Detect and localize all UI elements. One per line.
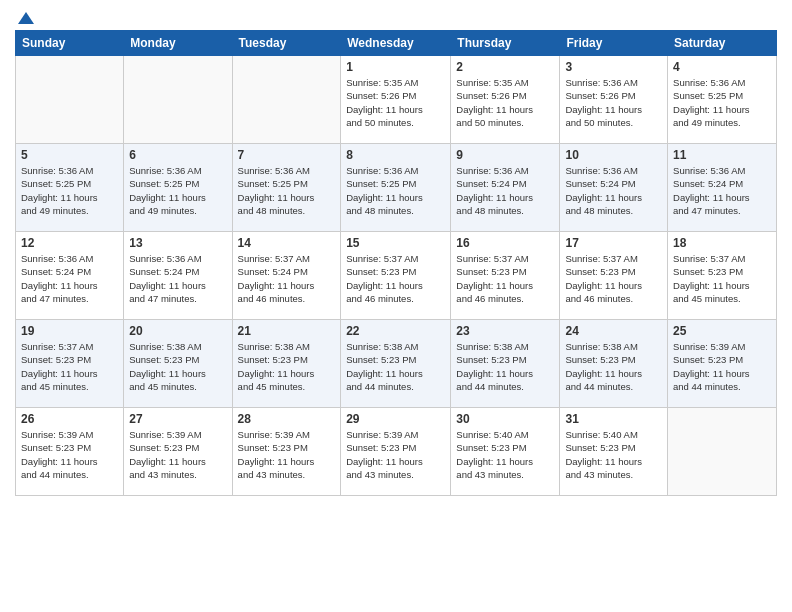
day-info: Sunrise: 5:39 AMSunset: 5:23 PMDaylight:… xyxy=(346,428,445,481)
calendar-cell: 8Sunrise: 5:36 AMSunset: 5:25 PMDaylight… xyxy=(341,144,451,232)
calendar-cell: 17Sunrise: 5:37 AMSunset: 5:23 PMDayligh… xyxy=(560,232,668,320)
day-info: Sunrise: 5:37 AMSunset: 5:23 PMDaylight:… xyxy=(565,252,662,305)
day-info: Sunrise: 5:39 AMSunset: 5:23 PMDaylight:… xyxy=(129,428,226,481)
calendar-cell: 22Sunrise: 5:38 AMSunset: 5:23 PMDayligh… xyxy=(341,320,451,408)
calendar-cell: 11Sunrise: 5:36 AMSunset: 5:24 PMDayligh… xyxy=(668,144,777,232)
day-number: 27 xyxy=(129,412,226,426)
day-info: Sunrise: 5:36 AMSunset: 5:24 PMDaylight:… xyxy=(456,164,554,217)
calendar-cell: 15Sunrise: 5:37 AMSunset: 5:23 PMDayligh… xyxy=(341,232,451,320)
day-info: Sunrise: 5:35 AMSunset: 5:26 PMDaylight:… xyxy=(346,76,445,129)
day-info: Sunrise: 5:36 AMSunset: 5:25 PMDaylight:… xyxy=(346,164,445,217)
day-info: Sunrise: 5:37 AMSunset: 5:23 PMDaylight:… xyxy=(21,340,118,393)
day-info: Sunrise: 5:36 AMSunset: 5:25 PMDaylight:… xyxy=(673,76,771,129)
day-info: Sunrise: 5:36 AMSunset: 5:24 PMDaylight:… xyxy=(673,164,771,217)
day-info: Sunrise: 5:36 AMSunset: 5:25 PMDaylight:… xyxy=(238,164,336,217)
day-info: Sunrise: 5:40 AMSunset: 5:23 PMDaylight:… xyxy=(456,428,554,481)
day-info: Sunrise: 5:37 AMSunset: 5:24 PMDaylight:… xyxy=(238,252,336,305)
calendar-header-wednesday: Wednesday xyxy=(341,31,451,56)
calendar-cell: 26Sunrise: 5:39 AMSunset: 5:23 PMDayligh… xyxy=(16,408,124,496)
calendar-header-tuesday: Tuesday xyxy=(232,31,341,56)
day-number: 6 xyxy=(129,148,226,162)
calendar-cell: 2Sunrise: 5:35 AMSunset: 5:26 PMDaylight… xyxy=(451,56,560,144)
day-number: 18 xyxy=(673,236,771,250)
calendar-cell xyxy=(668,408,777,496)
day-number: 20 xyxy=(129,324,226,338)
day-number: 11 xyxy=(673,148,771,162)
calendar-cell: 12Sunrise: 5:36 AMSunset: 5:24 PMDayligh… xyxy=(16,232,124,320)
day-number: 13 xyxy=(129,236,226,250)
day-number: 8 xyxy=(346,148,445,162)
day-info: Sunrise: 5:36 AMSunset: 5:24 PMDaylight:… xyxy=(21,252,118,305)
day-number: 21 xyxy=(238,324,336,338)
calendar-week-4: 19Sunrise: 5:37 AMSunset: 5:23 PMDayligh… xyxy=(16,320,777,408)
day-number: 26 xyxy=(21,412,118,426)
calendar-cell: 13Sunrise: 5:36 AMSunset: 5:24 PMDayligh… xyxy=(124,232,232,320)
day-info: Sunrise: 5:36 AMSunset: 5:25 PMDaylight:… xyxy=(129,164,226,217)
day-info: Sunrise: 5:36 AMSunset: 5:24 PMDaylight:… xyxy=(565,164,662,217)
day-number: 15 xyxy=(346,236,445,250)
day-number: 4 xyxy=(673,60,771,74)
day-info: Sunrise: 5:40 AMSunset: 5:23 PMDaylight:… xyxy=(565,428,662,481)
calendar-cell: 25Sunrise: 5:39 AMSunset: 5:23 PMDayligh… xyxy=(668,320,777,408)
day-number: 31 xyxy=(565,412,662,426)
day-info: Sunrise: 5:36 AMSunset: 5:24 PMDaylight:… xyxy=(129,252,226,305)
calendar-cell: 29Sunrise: 5:39 AMSunset: 5:23 PMDayligh… xyxy=(341,408,451,496)
calendar-cell: 3Sunrise: 5:36 AMSunset: 5:26 PMDaylight… xyxy=(560,56,668,144)
calendar-header-sunday: Sunday xyxy=(16,31,124,56)
day-number: 5 xyxy=(21,148,118,162)
header xyxy=(15,10,777,22)
day-number: 19 xyxy=(21,324,118,338)
calendar-cell: 5Sunrise: 5:36 AMSunset: 5:25 PMDaylight… xyxy=(16,144,124,232)
day-number: 16 xyxy=(456,236,554,250)
day-info: Sunrise: 5:39 AMSunset: 5:23 PMDaylight:… xyxy=(21,428,118,481)
calendar-table: SundayMondayTuesdayWednesdayThursdayFrid… xyxy=(15,30,777,496)
day-number: 23 xyxy=(456,324,554,338)
calendar-header-friday: Friday xyxy=(560,31,668,56)
calendar-week-2: 5Sunrise: 5:36 AMSunset: 5:25 PMDaylight… xyxy=(16,144,777,232)
calendar-cell: 19Sunrise: 5:37 AMSunset: 5:23 PMDayligh… xyxy=(16,320,124,408)
day-info: Sunrise: 5:39 AMSunset: 5:23 PMDaylight:… xyxy=(238,428,336,481)
day-number: 10 xyxy=(565,148,662,162)
calendar-header-row: SundayMondayTuesdayWednesdayThursdayFrid… xyxy=(16,31,777,56)
day-info: Sunrise: 5:37 AMSunset: 5:23 PMDaylight:… xyxy=(346,252,445,305)
logo xyxy=(15,10,34,22)
day-number: 22 xyxy=(346,324,445,338)
day-number: 28 xyxy=(238,412,336,426)
calendar-cell: 16Sunrise: 5:37 AMSunset: 5:23 PMDayligh… xyxy=(451,232,560,320)
calendar-cell: 1Sunrise: 5:35 AMSunset: 5:26 PMDaylight… xyxy=(341,56,451,144)
calendar-week-5: 26Sunrise: 5:39 AMSunset: 5:23 PMDayligh… xyxy=(16,408,777,496)
calendar-cell: 9Sunrise: 5:36 AMSunset: 5:24 PMDaylight… xyxy=(451,144,560,232)
calendar-header-thursday: Thursday xyxy=(451,31,560,56)
day-number: 3 xyxy=(565,60,662,74)
svg-marker-0 xyxy=(18,12,34,24)
day-number: 30 xyxy=(456,412,554,426)
calendar-cell: 10Sunrise: 5:36 AMSunset: 5:24 PMDayligh… xyxy=(560,144,668,232)
logo-icon xyxy=(18,10,34,26)
calendar-cell: 7Sunrise: 5:36 AMSunset: 5:25 PMDaylight… xyxy=(232,144,341,232)
day-number: 14 xyxy=(238,236,336,250)
day-number: 29 xyxy=(346,412,445,426)
page: SundayMondayTuesdayWednesdayThursdayFrid… xyxy=(0,0,792,612)
calendar-cell: 28Sunrise: 5:39 AMSunset: 5:23 PMDayligh… xyxy=(232,408,341,496)
day-number: 24 xyxy=(565,324,662,338)
day-info: Sunrise: 5:38 AMSunset: 5:23 PMDaylight:… xyxy=(238,340,336,393)
calendar-week-1: 1Sunrise: 5:35 AMSunset: 5:26 PMDaylight… xyxy=(16,56,777,144)
calendar-cell xyxy=(16,56,124,144)
calendar-cell xyxy=(124,56,232,144)
day-info: Sunrise: 5:36 AMSunset: 5:26 PMDaylight:… xyxy=(565,76,662,129)
day-info: Sunrise: 5:37 AMSunset: 5:23 PMDaylight:… xyxy=(456,252,554,305)
calendar-header-saturday: Saturday xyxy=(668,31,777,56)
calendar-cell: 14Sunrise: 5:37 AMSunset: 5:24 PMDayligh… xyxy=(232,232,341,320)
day-info: Sunrise: 5:36 AMSunset: 5:25 PMDaylight:… xyxy=(21,164,118,217)
calendar-cell: 6Sunrise: 5:36 AMSunset: 5:25 PMDaylight… xyxy=(124,144,232,232)
day-number: 2 xyxy=(456,60,554,74)
day-info: Sunrise: 5:38 AMSunset: 5:23 PMDaylight:… xyxy=(129,340,226,393)
day-info: Sunrise: 5:38 AMSunset: 5:23 PMDaylight:… xyxy=(456,340,554,393)
calendar-cell: 23Sunrise: 5:38 AMSunset: 5:23 PMDayligh… xyxy=(451,320,560,408)
calendar-header-monday: Monday xyxy=(124,31,232,56)
day-info: Sunrise: 5:39 AMSunset: 5:23 PMDaylight:… xyxy=(673,340,771,393)
day-info: Sunrise: 5:38 AMSunset: 5:23 PMDaylight:… xyxy=(565,340,662,393)
calendar-week-3: 12Sunrise: 5:36 AMSunset: 5:24 PMDayligh… xyxy=(16,232,777,320)
calendar-cell xyxy=(232,56,341,144)
calendar-cell: 20Sunrise: 5:38 AMSunset: 5:23 PMDayligh… xyxy=(124,320,232,408)
